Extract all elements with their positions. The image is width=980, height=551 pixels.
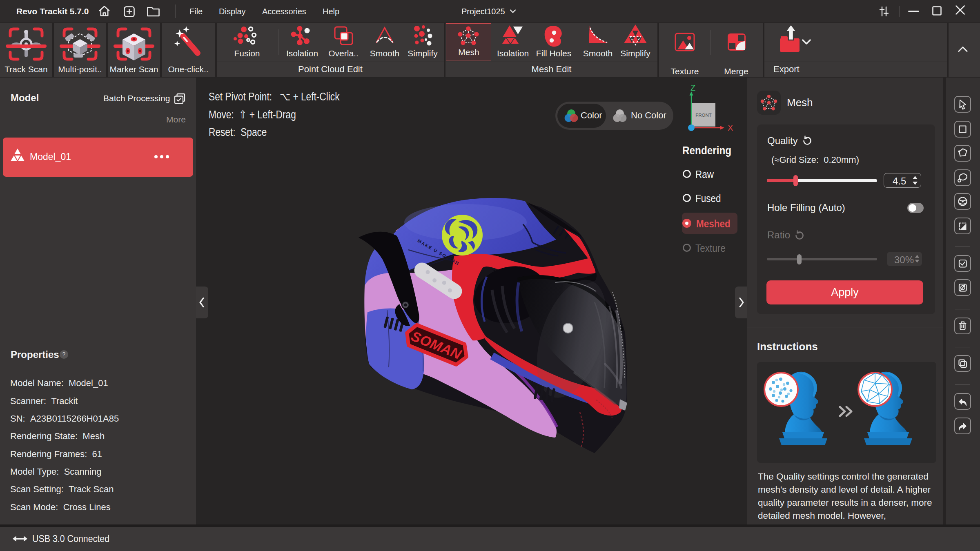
svg-text:X: X	[728, 123, 733, 132]
svg-text:FRONT: FRONT	[695, 113, 712, 118]
svg-text:Z: Z	[690, 83, 695, 92]
